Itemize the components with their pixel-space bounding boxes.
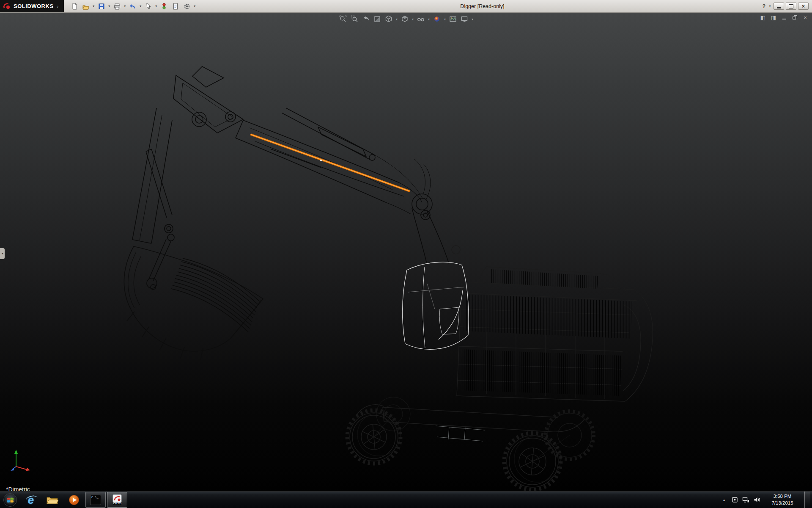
doc-minimize-button[interactable] <box>781 14 787 21</box>
windows-start-icon <box>3 493 17 507</box>
rebuild-button[interactable] <box>159 1 170 11</box>
options-gear-icon <box>183 3 191 10</box>
menu-expand-icon[interactable]: › <box>57 4 59 9</box>
dropdown-caret-icon[interactable]: ▾ <box>139 4 143 8</box>
zoom-to-fit-button[interactable] <box>338 14 348 24</box>
network-icon <box>742 497 749 503</box>
volume-button[interactable] <box>754 497 760 503</box>
dropdown-caret-icon[interactable]: ▾ <box>92 4 96 8</box>
dropdown-caret-icon[interactable]: ▾ <box>411 17 414 21</box>
file-properties-icon <box>172 3 179 10</box>
undo-button[interactable] <box>127 1 138 11</box>
media-player-icon <box>69 494 80 505</box>
wheel-rear-left[interactable] <box>504 433 561 490</box>
undo-icon <box>129 3 137 10</box>
hide-show-items-button[interactable] <box>416 14 426 24</box>
open-folder-icon <box>82 3 90 10</box>
dropdown-caret-icon[interactable]: ▾ <box>427 17 431 21</box>
collapse-arrow-icon: ◂ <box>2 252 3 255</box>
boom-arm[interactable] <box>132 66 449 290</box>
3ds-logo-icon <box>3 2 11 11</box>
apply-scene-button[interactable] <box>448 14 458 24</box>
window-title: Digger [Read-only] <box>460 3 504 9</box>
taskbar-windows-explorer[interactable] <box>42 492 63 508</box>
edit-appearance-button[interactable] <box>432 14 442 24</box>
dropdown-caret-icon[interactable]: ▾ <box>193 4 197 8</box>
show-hidden-icons-button[interactable]: ▴ <box>721 498 727 502</box>
y-axis-icon <box>14 450 18 454</box>
dropdown-caret-icon[interactable]: ▾ <box>154 4 158 8</box>
maximize-button[interactable] <box>786 3 796 10</box>
select-button[interactable] <box>143 1 154 11</box>
command-prompt-icon: C:\_ <box>90 495 101 505</box>
tray-app-button[interactable] <box>732 497 738 503</box>
zoom-to-area-button[interactable] <box>349 14 359 24</box>
section-view-icon <box>373 15 381 23</box>
taskbar-apps: e C:\_ <box>21 491 127 508</box>
options-button[interactable] <box>181 1 192 11</box>
pane-right-button[interactable]: ◨ <box>770 14 777 21</box>
clock-date: 7/13/2015 <box>767 500 798 507</box>
graphics-viewport[interactable]: ▾ ▾ ▾ <box>0 13 812 491</box>
file-properties-button[interactable] <box>170 1 181 11</box>
model-wireframe-digger[interactable] <box>0 13 812 491</box>
taskbar-internet-explorer[interactable]: e <box>21 492 41 508</box>
dropdown-caret-icon[interactable]: ▾ <box>107 4 111 8</box>
close-icon: × <box>804 14 807 21</box>
dropdown-caret-icon[interactable]: ▾ <box>395 17 398 21</box>
system-tray: ▴ 3:58 PM 7/13/2015 <box>721 491 812 508</box>
wheel-front-left[interactable] <box>347 410 401 464</box>
feature-panel-collapse-tab[interactable]: ◂ <box>0 248 5 259</box>
network-button[interactable] <box>742 497 749 503</box>
previous-view-button[interactable] <box>361 14 371 24</box>
dropdown-caret-icon[interactable]: ▾ <box>471 17 474 21</box>
solidworks-version-badge: 2015 <box>113 501 121 505</box>
help-button[interactable]: ? <box>763 3 765 9</box>
show-desktop-button[interactable] <box>804 491 810 508</box>
previous-view-icon <box>362 15 370 23</box>
taskbar-solidworks[interactable]: 2015 <box>107 492 127 508</box>
maximize-icon <box>789 4 793 8</box>
view-settings-icon <box>461 15 468 23</box>
start-button[interactable] <box>1 491 19 508</box>
dropdown-caret-icon[interactable]: ▾ <box>123 4 127 8</box>
help-caret-icon[interactable]: ▾ <box>768 4 772 8</box>
reference-triad <box>10 448 32 474</box>
selected-edge[interactable] <box>251 135 409 191</box>
appearance-ball-icon <box>433 15 441 23</box>
cab[interactable] <box>403 262 469 349</box>
new-document-icon <box>71 3 78 10</box>
x-axis-icon <box>26 468 30 471</box>
internet-explorer-icon: e <box>28 494 34 505</box>
minimize-button[interactable] <box>774 3 784 10</box>
open-button[interactable] <box>80 1 91 11</box>
view-orientation-button[interactable] <box>384 14 394 24</box>
view-orientation-cube-icon <box>385 15 392 23</box>
taskbar-command-prompt[interactable]: C:\_ <box>85 492 106 508</box>
dropdown-caret-icon[interactable]: ▾ <box>443 17 447 21</box>
taskbar-clock[interactable]: 3:58 PM 7/13/2015 <box>767 493 798 506</box>
app-titlebar: SOLIDWORKS › ▾ <box>0 0 812 13</box>
section-view-button[interactable] <box>372 14 382 24</box>
save-button[interactable] <box>96 1 107 11</box>
new-document-button[interactable] <box>69 1 80 11</box>
view-settings-button[interactable] <box>459 14 469 24</box>
bucket[interactable] <box>124 246 263 360</box>
window-controls: ? ▾ × <box>763 0 809 12</box>
folder-icon <box>46 495 59 505</box>
document-window-controls: ◧ ◨ × <box>760 14 809 21</box>
display-style-button[interactable] <box>400 14 410 24</box>
clock-time: 3:58 PM <box>767 493 798 500</box>
doc-close-button[interactable]: × <box>802 14 809 21</box>
zoom-to-fit-icon <box>339 15 347 23</box>
taskbar-media-player[interactable] <box>64 492 84 508</box>
doc-restore-button[interactable] <box>791 14 798 21</box>
windows-taskbar: e C:\_ <box>0 491 812 508</box>
pane-left-button[interactable]: ◧ <box>760 14 766 21</box>
upper-body[interactable] <box>426 246 653 401</box>
apply-scene-icon <box>449 15 457 23</box>
restore-icon <box>793 15 797 19</box>
print-button[interactable] <box>112 1 123 11</box>
close-button[interactable]: × <box>798 3 809 10</box>
solidworks-logo[interactable]: SOLIDWORKS › <box>0 0 64 12</box>
